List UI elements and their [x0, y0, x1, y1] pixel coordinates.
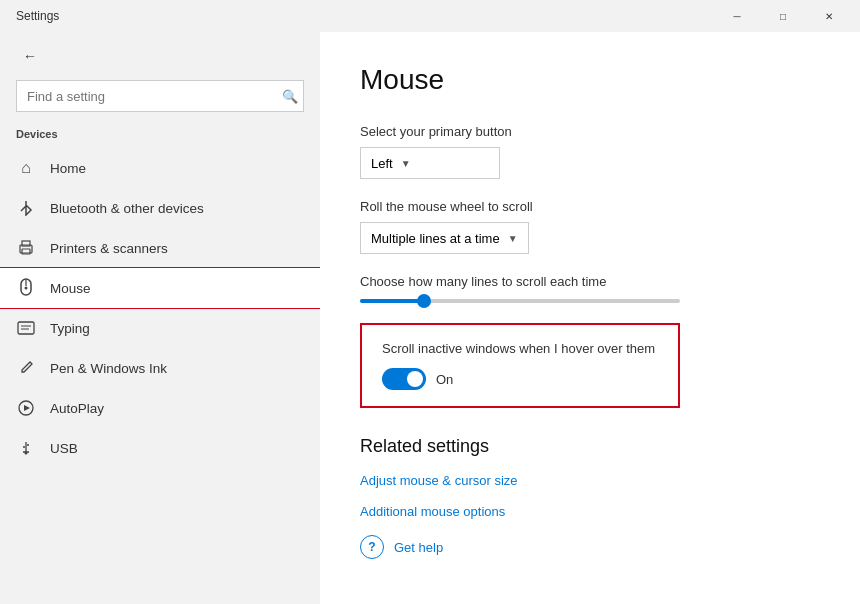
sidebar-item-mouse[interactable]: Mouse	[0, 268, 320, 308]
sidebar-item-printers[interactable]: Printers & scanners	[0, 228, 320, 268]
scroll-wheel-section: Roll the mouse wheel to scroll Multiple …	[360, 199, 820, 254]
page-title: Mouse	[360, 64, 820, 96]
sidebar-item-autoplay[interactable]: AutoPlay	[0, 388, 320, 428]
slider-fill	[360, 299, 424, 303]
sidebar-item-label: Home	[50, 161, 86, 176]
minimize-button[interactable]: ─	[714, 0, 760, 32]
main-container: ← 🔍 Devices ⌂ Home Bluetooth & other dev…	[0, 32, 860, 604]
bluetooth-icon	[16, 198, 36, 218]
pen-icon	[16, 358, 36, 378]
svg-rect-6	[18, 322, 34, 334]
slider-track	[360, 299, 680, 303]
svg-marker-10	[24, 405, 30, 411]
sidebar-item-usb[interactable]: USB	[0, 428, 320, 468]
sidebar: ← 🔍 Devices ⌂ Home Bluetooth & other dev…	[0, 32, 320, 604]
primary-button-label: Select your primary button	[360, 124, 820, 139]
toggle-status: On	[436, 372, 453, 387]
get-help-icon: ?	[360, 535, 384, 559]
home-icon: ⌂	[16, 158, 36, 178]
chevron-down-icon: ▼	[401, 158, 411, 169]
sidebar-item-label: Printers & scanners	[50, 241, 168, 256]
primary-button-value: Left	[371, 156, 393, 171]
scroll-wheel-dropdown[interactable]: Multiple lines at a time ▼	[360, 222, 529, 254]
get-help-row[interactable]: ? Get help	[360, 535, 820, 559]
sidebar-item-home[interactable]: ⌂ Home	[0, 148, 320, 188]
sidebar-search: 🔍	[16, 80, 304, 112]
slider-thumb[interactable]	[417, 294, 431, 308]
svg-point-5	[25, 287, 28, 290]
scroll-inactive-label: Scroll inactive windows when I hover ove…	[382, 341, 658, 356]
sidebar-item-label: Bluetooth & other devices	[50, 201, 204, 216]
scroll-lines-slider-container	[360, 299, 680, 303]
scroll-inactive-section: Scroll inactive windows when I hover ove…	[360, 323, 680, 408]
sidebar-item-bluetooth[interactable]: Bluetooth & other devices	[0, 188, 320, 228]
chevron-down-icon: ▼	[508, 233, 518, 244]
close-button[interactable]: ✕	[806, 0, 852, 32]
sidebar-item-label: Pen & Windows Ink	[50, 361, 167, 376]
scroll-wheel-value: Multiple lines at a time	[371, 231, 500, 246]
scroll-inactive-toggle[interactable]	[382, 368, 426, 390]
sidebar-item-label: Mouse	[50, 281, 91, 296]
sidebar-item-label: USB	[50, 441, 78, 456]
typing-icon	[16, 318, 36, 338]
settings-title: Settings	[16, 9, 714, 23]
section-label: Devices	[0, 124, 320, 148]
titlebar: Settings ─ □ ✕	[0, 0, 860, 32]
content-area: Mouse Select your primary button Left ▼ …	[320, 32, 860, 604]
sidebar-nav-top: ←	[0, 32, 320, 80]
primary-button-dropdown[interactable]: Left ▼	[360, 147, 500, 179]
scroll-lines-label: Choose how many lines to scroll each tim…	[360, 274, 820, 289]
maximize-button[interactable]: □	[760, 0, 806, 32]
window-controls: ─ □ ✕	[714, 0, 852, 32]
get-help-label: Get help	[394, 540, 443, 555]
toggle-row: On	[382, 368, 658, 390]
back-button[interactable]: ←	[16, 42, 44, 70]
sidebar-item-pen[interactable]: Pen & Windows Ink	[0, 348, 320, 388]
sidebar-item-label: Typing	[50, 321, 90, 336]
usb-icon	[16, 438, 36, 458]
search-input[interactable]	[16, 80, 304, 112]
svg-point-11	[25, 452, 28, 455]
additional-mouse-link[interactable]: Additional mouse options	[360, 504, 820, 519]
sidebar-item-label: AutoPlay	[50, 401, 104, 416]
mouse-icon	[16, 278, 36, 298]
related-settings-title: Related settings	[360, 436, 820, 457]
autoplay-icon	[16, 398, 36, 418]
adjust-mouse-link[interactable]: Adjust mouse & cursor size	[360, 473, 820, 488]
search-icon[interactable]: 🔍	[282, 89, 298, 104]
sidebar-item-typing[interactable]: Typing	[0, 308, 320, 348]
scroll-wheel-label: Roll the mouse wheel to scroll	[360, 199, 820, 214]
printer-icon	[16, 238, 36, 258]
